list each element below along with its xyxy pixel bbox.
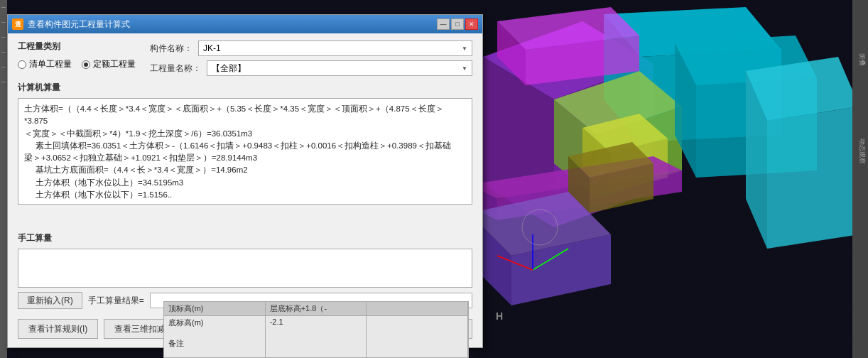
reinput-button[interactable]: 重新输入(R) — [18, 292, 82, 309]
title-buttons: — □ ✕ — [437, 18, 478, 30]
row2-col2 — [266, 337, 367, 357]
title-bar-left: 查 查看构件图元工程量计算式 — [12, 18, 130, 31]
component-dropdown[interactable]: JK-1 ▼ — [198, 40, 472, 56]
title-bar: 查 查看构件图元工程量计算式 — □ ✕ — [8, 15, 482, 33]
svg-text:折叠: 折叠 — [859, 53, 866, 66]
calc-line-6: 土方体积（地下水位以上）=34.5195m3 — [24, 177, 466, 189]
calc-line-5: 基坑土方底面面积=（4.4＜长＞*3.4＜宽度＞）=14.96m2 — [24, 164, 466, 176]
bottom-panel: 顶标高(m) 层底标高+1.8（- 底标高(m) -2.1 备注 — [163, 301, 469, 358]
dialog-title: 查看构件图元工程量计算式 — [28, 18, 130, 31]
row1-col3 — [367, 316, 468, 337]
quantity-dropdown-arrow: ▼ — [462, 65, 467, 72]
svg-marker-30 — [767, 107, 859, 249]
radio-list[interactable]: 清单工程量 — [18, 58, 72, 70]
row1-col1: 底标高(m) — [164, 316, 266, 337]
radio-quota[interactable]: 定额工程量 — [82, 58, 136, 70]
row2-col1: 备注 — [164, 337, 266, 357]
calc-line-7: 土方体积（地下水位以下）=1.5156.. — [24, 189, 466, 201]
left-top: 工程量类别 清单工程量 定额工程量 — [18, 40, 136, 70]
radio-list-circle — [18, 60, 26, 69]
manual-section: 手工算量 重新输入(R) 手工算量结果= — [18, 232, 472, 309]
manual-result-label: 手工算量结果= — [88, 295, 144, 307]
left-ruler — [0, 0, 7, 358]
app-icon: 查 — [12, 18, 23, 30]
quantity-name-row: 工程量名称： 【全部】 ▼ — [150, 60, 472, 76]
component-name-row: 构件名称： JK-1 ▼ — [150, 40, 472, 56]
quantity-value: 【全部】 — [212, 63, 246, 75]
close-title-button[interactable]: ✕ — [465, 18, 478, 30]
quantity-label: 工程量名称： — [150, 63, 201, 75]
row1-col2: -2.1 — [266, 316, 367, 337]
component-label: 构件名称： — [150, 43, 192, 55]
calc-box[interactable]: 土方体积=（（4.4＜长度＞*3.4＜宽度＞＜底面积＞+（5.35＜长度＞*4.… — [18, 98, 472, 205]
calc-line-1: 土方体积=（（4.4＜长度＞*3.4＜宽度＞＜底面积＞+（5.35＜长度＞*4.… — [24, 103, 466, 128]
col3-header — [367, 302, 468, 315]
maximize-button[interactable]: □ — [451, 18, 464, 30]
machine-calc-title: 计算机算量 — [18, 82, 472, 94]
engineering-type-label: 工程量类别 — [18, 40, 136, 53]
component-dropdown-arrow: ▼ — [462, 45, 467, 52]
bottom-panel-header: 顶标高(m) 层底标高+1.8（- — [164, 302, 468, 316]
svg-text:动态观察: 动态观察 — [859, 139, 866, 164]
radio-group: 清单工程量 定额工程量 — [18, 58, 136, 70]
dialog-window: 查 查看构件图元工程量计算式 — □ ✕ 工程量类别 清单工程量 — [7, 14, 483, 348]
col2-header: 层底标高+1.8（- — [266, 302, 367, 315]
manual-box[interactable] — [18, 249, 472, 288]
col1-header: 顶标高(m) — [164, 302, 266, 315]
minimize-button[interactable]: — — [437, 18, 450, 30]
quantity-dropdown[interactable]: 【全部】 ▼ — [207, 60, 472, 76]
bottom-panel-row2: 备注 — [164, 337, 468, 357]
calc-line-2: ＜宽度＞＜中截面积＞*4）*1.9＜挖土深度＞/6）=36.0351m3 — [24, 128, 466, 140]
radio-quota-label: 定额工程量 — [93, 58, 136, 70]
calc-line-4: 梁＞+3.0652＜扣独立基础＞+1.0921＜扣垫层＞）=28.9144m3 — [24, 152, 466, 164]
calc-section: 计算机算量 土方体积=（（4.4＜长度＞*3.4＜宽度＞＜底面积＞+（5.35＜… — [18, 82, 472, 227]
radio-quota-circle — [82, 60, 90, 69]
bottom-panel-row1: 底标高(m) -2.1 — [164, 316, 468, 337]
component-value: JK-1 — [203, 43, 221, 53]
svg-text:H: H — [496, 310, 503, 322]
calc-rules-button[interactable]: 查看计算规则(I) — [18, 319, 98, 339]
dialog-body: 工程量类别 清单工程量 定额工程量 构件名称： JK-1 — [8, 33, 482, 347]
row2-col3 — [367, 337, 468, 357]
calc-line-3: 素土回填体积=36.0351＜土方体积＞-（1.6146＜扣墙＞+0.9483＜… — [24, 140, 466, 152]
right-top: 构件名称： JK-1 ▼ 工程量名称： 【全部】 ▼ — [150, 40, 472, 76]
manual-calc-title: 手工算量 — [18, 232, 472, 244]
top-section: 工程量类别 清单工程量 定额工程量 构件名称： JK-1 — [18, 40, 472, 76]
radio-list-label: 清单工程量 — [29, 58, 72, 70]
